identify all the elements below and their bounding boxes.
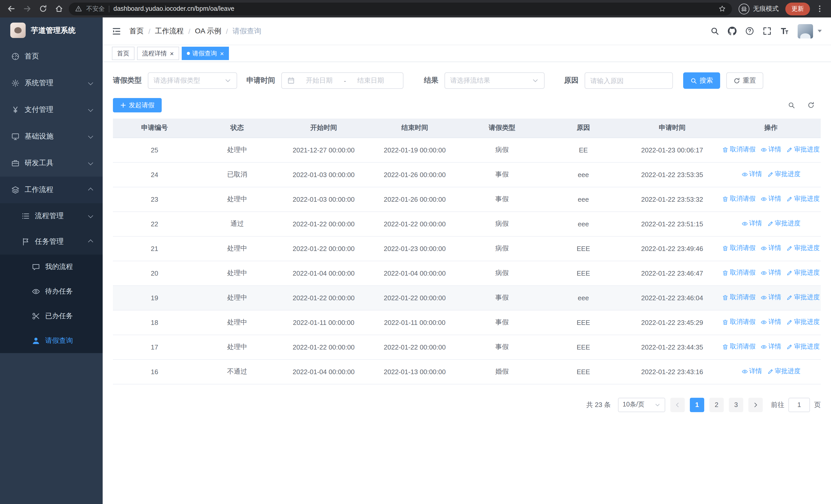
sidebar-item-home[interactable]: 首页 xyxy=(0,43,103,70)
sidebar-item-leave-query[interactable]: 请假查询 xyxy=(0,328,103,353)
tab-close-icon[interactable]: × xyxy=(220,50,224,57)
yen-icon xyxy=(11,106,20,114)
tab-首页[interactable]: 首页 xyxy=(112,47,135,60)
tab-close-icon[interactable]: × xyxy=(170,50,174,57)
bookmark-star-icon[interactable] xyxy=(719,5,726,12)
sidebar-item-done-tasks[interactable]: 已办任务 xyxy=(0,304,103,328)
cancel-leave-link[interactable]: 取消请假 xyxy=(722,343,755,351)
help-button[interactable] xyxy=(745,27,754,35)
fullscreen-button[interactable] xyxy=(763,27,771,35)
cancel-leave-link[interactable]: 取消请假 xyxy=(722,318,755,327)
tab-请假查询[interactable]: 请假查询× xyxy=(181,47,229,60)
sidebar-item-my-process[interactable]: 我的流程 xyxy=(0,255,103,279)
toggle-search-icon[interactable] xyxy=(788,101,795,109)
chevron-down-icon xyxy=(88,213,93,218)
approval-progress-link[interactable]: 审批进度 xyxy=(767,367,800,376)
user-icon xyxy=(32,337,40,345)
create-leave-button[interactable]: 发起请假 xyxy=(113,98,162,112)
detail-link[interactable]: 详情 xyxy=(761,318,781,327)
approval-progress-link[interactable]: 审批进度 xyxy=(786,269,820,277)
sidebar-item-system[interactable]: 系统管理 xyxy=(0,70,103,96)
cell-status: 处理中 xyxy=(196,335,278,359)
sidebar-item-workflow[interactable]: 工作流程 xyxy=(0,177,103,203)
sidebar-collapse-button[interactable] xyxy=(112,26,121,36)
breadcrumb-item[interactable]: 请假查询 xyxy=(232,26,261,36)
leave-type-select[interactable]: 请选择请假类型 xyxy=(148,72,237,89)
reason-input[interactable] xyxy=(590,77,667,84)
prev-page-button[interactable] xyxy=(670,397,685,412)
cell-reason: eee xyxy=(544,285,623,310)
sidebar-item-label: 流程管理 xyxy=(35,211,84,221)
cell-status: 通过 xyxy=(196,211,278,236)
url-text[interactable]: dashboard.yudao.iocoder.cn/bpm/oa/leave xyxy=(113,5,715,12)
breadcrumb-item[interactable]: 首页 xyxy=(130,26,144,36)
approval-progress-link[interactable]: 审批进度 xyxy=(767,219,800,228)
user-avatar[interactable] xyxy=(798,24,813,38)
tab-流程详情[interactable]: 流程详情× xyxy=(137,47,179,60)
browser-back-button[interactable] xyxy=(5,3,18,15)
cell-type: 事假 xyxy=(460,162,544,187)
page-button-2[interactable]: 2 xyxy=(709,397,724,412)
detail-link[interactable]: 详情 xyxy=(741,170,762,179)
goto-page-input[interactable] xyxy=(789,397,810,412)
sidebar-item-todo-tasks[interactable]: 待办任务 xyxy=(0,279,103,304)
header-search-button[interactable] xyxy=(710,27,719,35)
page-button-3[interactable]: 3 xyxy=(729,397,743,412)
sidebar-item-payment[interactable]: 支付管理 xyxy=(0,96,103,123)
cell-type: 病假 xyxy=(460,236,544,261)
address-bar[interactable]: 不安全 dashboard.yudao.iocoder.cn/bpm/oa/le… xyxy=(69,2,732,15)
security-label[interactable]: 不安全 xyxy=(86,4,105,13)
result-select[interactable]: 请选择流结果 xyxy=(445,72,545,89)
table-row: 18处理中2022-01-11 00:00:002022-01-11 00:00… xyxy=(113,310,821,335)
browser-menu-button[interactable] xyxy=(813,3,826,15)
cancel-leave-link[interactable]: 取消请假 xyxy=(722,195,755,204)
sidebar-item-label: 首页 xyxy=(25,52,92,61)
reload-table-icon[interactable] xyxy=(807,101,814,109)
detail-link[interactable]: 详情 xyxy=(761,244,781,253)
detail-link[interactable]: 详情 xyxy=(761,269,781,277)
font-size-button[interactable] xyxy=(780,27,789,35)
cell-applied: 2022-01-22 23:49:46 xyxy=(623,236,721,261)
next-page-button[interactable] xyxy=(748,397,763,412)
detail-link[interactable]: 详情 xyxy=(761,343,781,351)
approval-progress-link[interactable]: 审批进度 xyxy=(786,244,820,253)
page-size-select[interactable]: 10条/页 xyxy=(618,397,665,412)
detail-link[interactable]: 详情 xyxy=(741,367,762,376)
page-button-1[interactable]: 1 xyxy=(690,397,704,412)
cancel-leave-link[interactable]: 取消请假 xyxy=(722,146,755,154)
browser-refresh-button[interactable] xyxy=(37,3,49,15)
cancel-leave-link[interactable]: 取消请假 xyxy=(722,244,755,253)
browser-forward-button[interactable] xyxy=(21,3,33,15)
detail-link[interactable]: 详情 xyxy=(761,146,781,154)
approval-progress-link[interactable]: 审批进度 xyxy=(786,318,820,327)
approval-progress-link[interactable]: 审批进度 xyxy=(786,343,820,351)
sidebar-item-infrastructure[interactable]: 基础设施 xyxy=(0,123,103,150)
detail-link[interactable]: 详情 xyxy=(741,219,762,228)
cancel-leave-link[interactable]: 取消请假 xyxy=(722,293,755,302)
approval-progress-link[interactable]: 审批进度 xyxy=(786,293,820,302)
breadcrumb-item[interactable]: OA 示例 xyxy=(195,26,222,36)
cell-operations: 详情审批进度 xyxy=(721,359,821,384)
github-button[interactable] xyxy=(728,27,737,35)
tab-label: 请假查询 xyxy=(192,49,217,58)
detail-link[interactable]: 详情 xyxy=(761,195,781,204)
cell-type: 事假 xyxy=(460,335,544,359)
approval-progress-link[interactable]: 审批进度 xyxy=(786,146,820,154)
search-button[interactable]: 搜索 xyxy=(683,72,720,89)
approval-progress-link[interactable]: 审批进度 xyxy=(767,170,800,179)
update-button[interactable]: 更新 xyxy=(785,2,810,15)
sidebar-item-task-mgmt[interactable]: 任务管理 xyxy=(0,229,103,255)
apply-time-range-picker[interactable]: 开始日期 - 结束日期 xyxy=(281,72,403,89)
reset-button[interactable]: 重置 xyxy=(726,72,763,89)
cell-type: 事假 xyxy=(460,285,544,310)
cancel-leave-link[interactable]: 取消请假 xyxy=(722,269,755,277)
breadcrumb-item[interactable]: 工作流程 xyxy=(155,26,184,36)
caret-down-icon[interactable] xyxy=(818,30,822,32)
detail-link[interactable]: 详情 xyxy=(761,293,781,302)
approval-progress-link[interactable]: 审批进度 xyxy=(786,195,820,204)
sidebar-item-process-mgmt[interactable]: 流程管理 xyxy=(0,203,103,229)
browser-home-button[interactable] xyxy=(53,3,65,15)
sidebar-item-dev-tools[interactable]: 研发工具 xyxy=(0,150,103,177)
app-logo-row[interactable]: 芋道管理系统 xyxy=(0,18,103,43)
cell-status: 处理中 xyxy=(196,138,278,162)
